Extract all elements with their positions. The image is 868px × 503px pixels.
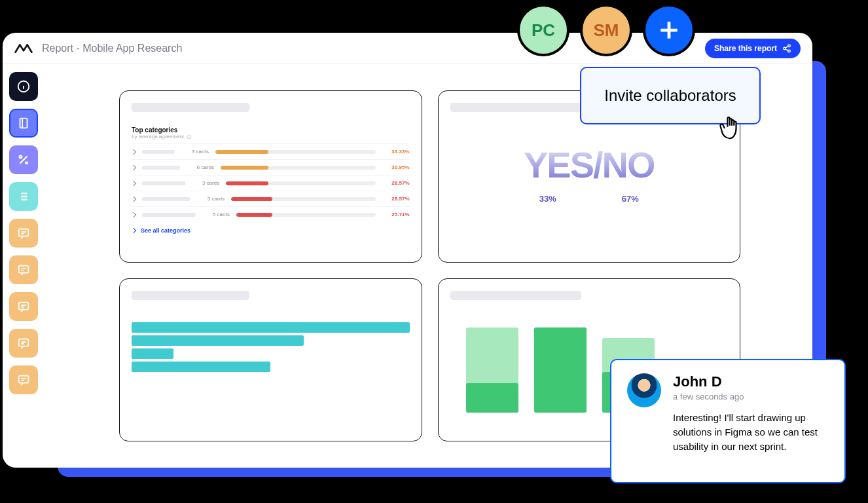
page-title: Report - Mobile App Research xyxy=(42,43,182,54)
skeleton-line xyxy=(132,103,249,112)
chevron-right-icon xyxy=(131,164,136,170)
agreement-bar xyxy=(231,197,376,201)
skeleton-line xyxy=(132,291,249,300)
comment-card[interactable]: John D a few seconds ago Interesting! I'… xyxy=(610,359,846,483)
skeleton-label xyxy=(142,197,190,201)
category-row[interactable]: 6 cards30.95% xyxy=(132,159,410,175)
svg-point-0 xyxy=(788,45,791,47)
agreement-pct: 25.71% xyxy=(382,212,410,217)
svg-point-5 xyxy=(20,156,22,158)
svg-rect-7 xyxy=(19,266,29,273)
comment-avatar xyxy=(627,373,661,407)
svg-rect-4 xyxy=(20,119,27,128)
chevron-right-icon xyxy=(131,180,136,185)
svg-rect-8 xyxy=(19,303,29,310)
sidebar-item-report[interactable] xyxy=(9,109,38,138)
agreement-bar xyxy=(221,166,376,170)
category-row[interactable]: 3 cards28.57% xyxy=(132,191,410,206)
share-icon xyxy=(782,44,791,53)
add-collaborator-button[interactable] xyxy=(643,4,695,56)
skeleton-label xyxy=(142,213,196,217)
card-count: 3 cards xyxy=(197,196,225,202)
top-categories-subtitle: by average agreement xyxy=(132,134,410,140)
chat-icon xyxy=(16,373,31,387)
agreement-pct: 28.57% xyxy=(382,180,410,186)
list-icon xyxy=(16,189,31,204)
sidebar xyxy=(3,64,47,468)
svg-point-1 xyxy=(784,47,786,50)
sidebar-item-info[interactable] xyxy=(9,72,38,101)
sidebar-item-percent[interactable] xyxy=(9,145,38,174)
chat-icon xyxy=(16,336,31,350)
maze-logo-icon xyxy=(14,43,33,54)
hbar xyxy=(132,335,304,346)
top-categories-title: Top categories xyxy=(132,126,410,134)
agreement-pct: 33.33% xyxy=(382,149,410,155)
chat-icon xyxy=(16,263,31,277)
share-report-button[interactable]: Share this report xyxy=(705,39,801,58)
see-all-categories-link[interactable]: See all categories xyxy=(132,227,410,234)
percent-icon xyxy=(16,153,31,167)
info-icon xyxy=(187,134,192,140)
skeleton-label xyxy=(142,150,175,154)
share-button-label: Share this report xyxy=(714,44,777,53)
agreement-pct: 28.57% xyxy=(382,196,410,202)
info-icon xyxy=(16,79,31,94)
chat-icon xyxy=(16,226,31,240)
sidebar-item-comment-1[interactable] xyxy=(9,219,38,248)
chevron-right-icon xyxy=(131,212,136,217)
hbar-chart xyxy=(132,314,410,372)
skeleton-label xyxy=(142,181,185,185)
skeleton-label xyxy=(142,166,180,170)
skeleton-line xyxy=(450,103,581,112)
card-count: 5 cards xyxy=(202,212,230,217)
card-icon xyxy=(16,116,31,130)
chevron-right-icon xyxy=(131,228,136,233)
chevron-right-icon xyxy=(131,196,136,201)
svg-point-2 xyxy=(788,50,791,52)
hbar xyxy=(132,322,410,333)
agreement-bar xyxy=(215,150,376,154)
comment-time: a few seconds ago xyxy=(673,392,829,401)
collaborator-avatar-pc[interactable]: PC xyxy=(517,4,570,56)
comment-body: Interesting! I'll start drawing up solut… xyxy=(673,411,829,453)
sidebar-item-comment-3[interactable] xyxy=(9,292,38,321)
chevron-right-icon xyxy=(131,149,136,154)
green-bar-column xyxy=(534,314,587,413)
svg-rect-6 xyxy=(19,229,29,236)
comment-author: John D xyxy=(673,373,829,390)
card-count: 6 cards xyxy=(187,164,214,170)
agreement-bar xyxy=(236,213,376,217)
category-row[interactable]: 5 cards25.71% xyxy=(132,206,410,222)
card-top-categories[interactable]: Top categories by average agreement 3 ca… xyxy=(119,90,422,263)
sidebar-item-comment-4[interactable] xyxy=(9,329,38,358)
yes-percent: 33% xyxy=(539,194,556,204)
sidebar-item-list[interactable] xyxy=(9,182,38,211)
hbar xyxy=(132,362,270,372)
collaborator-avatar-sm[interactable]: SM xyxy=(580,4,632,56)
chat-icon xyxy=(16,299,31,314)
sidebar-item-comment-2[interactable] xyxy=(9,255,38,284)
agreement-pct: 30.95% xyxy=(382,164,410,170)
plus-icon xyxy=(657,18,681,43)
card-count: 3 cards xyxy=(181,149,209,155)
green-bar-column xyxy=(466,314,518,413)
category-row[interactable]: 3 cards28.57% xyxy=(132,175,410,191)
cursor-hand-icon xyxy=(717,113,746,144)
card-count: 3 cards xyxy=(192,180,219,186)
agreement-bar xyxy=(226,181,376,185)
card-hbar-chart[interactable] xyxy=(119,278,422,441)
category-row[interactable]: 3 cards33.33% xyxy=(132,143,410,159)
skeleton-line xyxy=(450,291,581,300)
sidebar-item-comment-5[interactable] xyxy=(9,365,38,394)
no-percent: 67% xyxy=(622,194,639,204)
yes-no-headline: YES/NO xyxy=(450,143,729,186)
hbar xyxy=(132,348,173,359)
